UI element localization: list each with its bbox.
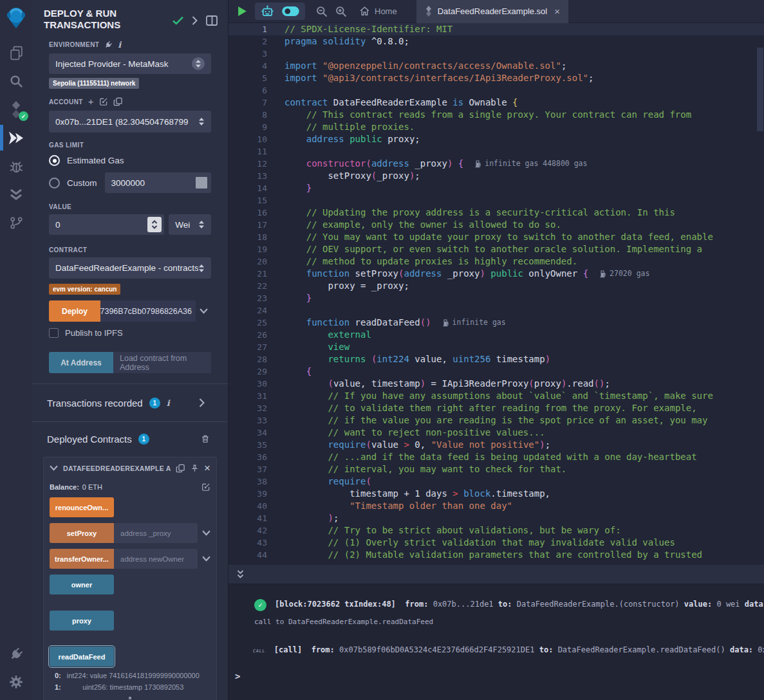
clear-deployed-trash-icon[interactable] [201, 434, 210, 444]
custom-gas-radio[interactable] [49, 178, 60, 189]
line-number[interactable]: 38 [228, 475, 267, 488]
line-number[interactable]: 40 [228, 500, 267, 512]
code-line[interactable]: 31 // If you have any assumptions about … [228, 390, 764, 402]
plug-mini-icon[interactable] [104, 41, 113, 49]
deploy-args-input[interactable]: 0947396B7cBb07986826A36 [100, 300, 196, 322]
sidebar-item-deploy-run[interactable] [0, 124, 32, 152]
sidebar-item-solidity-compiler[interactable]: ✓ [0, 95, 32, 124]
environment-select[interactable]: Injected Provider - MetaMask [49, 53, 211, 74]
line-number[interactable]: 12 [228, 158, 267, 170]
code-line[interactable]: 33 // if the value you are reading is th… [228, 414, 764, 427]
line-number[interactable]: 25 [228, 317, 267, 329]
code-line[interactable]: 32 // to validate them right after readi… [228, 402, 764, 414]
function-arg-input[interactable] [114, 523, 198, 543]
code-line[interactable]: 30 (value, timestamp) = IApi3ReaderProxy… [228, 378, 764, 390]
at-address-input[interactable]: Load contract from Address [113, 352, 211, 373]
unit-stepper-icon[interactable] [198, 220, 205, 229]
remix-logo[interactable] [0, 0, 32, 36]
columns-layout-icon[interactable] [206, 15, 218, 26]
tab-datafeedreaderexample[interactable]: DataFeedReaderExample.sol × [416, 0, 568, 23]
sidebar-item-debugger[interactable] [0, 152, 32, 180]
line-number[interactable]: 22 [228, 280, 267, 292]
remove-contract-close-icon[interactable]: × [204, 463, 210, 474]
line-number[interactable]: 9 [228, 121, 267, 133]
line-number[interactable]: 21 [228, 268, 267, 280]
code-line[interactable]: 13 setProxy(_proxy); [228, 170, 764, 182]
add-account-plus-icon[interactable]: + [88, 98, 94, 105]
line-number[interactable]: 27 [228, 341, 267, 353]
line-number[interactable]: 6 [228, 84, 267, 97]
code-line[interactable]: 40 "Timestamp older than one day" [228, 500, 764, 512]
line-number[interactable]: 41 [228, 512, 267, 524]
gas-input-handle[interactable] [196, 177, 207, 189]
line-number[interactable]: 7 [228, 97, 267, 109]
contract-stepper-icon[interactable] [198, 264, 205, 273]
code-line[interactable]: 25 function readDataFeed()infinite gas [228, 317, 764, 329]
copilot-toggle[interactable] [281, 6, 300, 17]
copy-address-icon[interactable] [176, 463, 185, 474]
code-line[interactable]: 8 // This contract reads from a single p… [228, 109, 764, 121]
code-line[interactable]: 38 require( [228, 475, 764, 488]
code-line[interactable]: 19 // OEV support, or even switch to ano… [228, 243, 764, 255]
code-line[interactable]: 36 // ...and if the data feed is being u… [228, 451, 764, 463]
line-number[interactable]: 16 [228, 207, 267, 219]
line-number[interactable]: 1 [228, 23, 267, 35]
code-line[interactable]: 14 } [228, 182, 764, 194]
environment-stepper-icon[interactable] [192, 57, 205, 70]
line-number[interactable]: 18 [228, 231, 267, 243]
code-line[interactable]: 4import "@openzeppelin/contracts/access/… [228, 60, 764, 72]
code-line[interactable]: 9 // multiple proxies. [228, 121, 764, 133]
code-line[interactable]: 34 // want to reject non-positive values… [228, 427, 764, 439]
line-number[interactable]: 3 [228, 48, 267, 60]
transactions-recorded-row[interactable]: Transactions recorded 1 i [32, 384, 228, 421]
contract-select[interactable]: DataFeedReaderExample - contracts [49, 257, 211, 279]
account-stepper-icon[interactable] [198, 117, 205, 126]
deploy-button[interactable]: Deploy [49, 300, 100, 322]
line-number[interactable]: 43 [228, 537, 267, 549]
run-script-play-icon[interactable] [238, 6, 247, 17]
expand-args-chevron-icon[interactable] [202, 556, 210, 562]
code-line[interactable]: 23 } [228, 292, 764, 304]
line-number[interactable]: 14 [228, 182, 267, 194]
line-number[interactable]: 11 [228, 145, 267, 158]
expand-args-chevron-icon[interactable] [202, 530, 210, 536]
code-line[interactable]: 22 proxy = _proxy; [228, 280, 764, 292]
at-address-button[interactable]: At Address [49, 352, 113, 373]
line-number[interactable]: 4 [228, 60, 267, 72]
line-number[interactable]: 36 [228, 451, 267, 463]
environment-info-icon[interactable]: i [118, 40, 121, 50]
deploy-expand-chevron-icon[interactable] [196, 300, 211, 322]
value-stepper-icon[interactable] [147, 217, 162, 232]
line-number[interactable]: 35 [228, 439, 267, 451]
line-number[interactable]: 2 [228, 35, 267, 48]
tab-home[interactable]: Home [359, 6, 397, 17]
line-number[interactable]: 19 [228, 243, 267, 255]
line-number[interactable]: 10 [228, 133, 267, 145]
code-line[interactable]: 18 // You may want to update your proxy … [228, 231, 764, 243]
editor-scrollbar[interactable] [757, 48, 763, 131]
code-line[interactable]: 29 { [228, 365, 764, 378]
sidebar-item-file-explorer[interactable] [0, 39, 32, 67]
line-number[interactable]: 33 [228, 414, 267, 427]
code-line[interactable]: 12 constructor(address _proxy) {infinite… [228, 158, 764, 170]
pin-contract-icon[interactable] [191, 463, 199, 474]
sidebar-item-settings[interactable] [0, 668, 32, 696]
code-line[interactable]: 3 [228, 48, 764, 60]
line-number[interactable]: 42 [228, 524, 267, 537]
code-line[interactable]: 10 address public proxy; [228, 133, 764, 145]
line-number[interactable]: 15 [228, 194, 267, 207]
line-number[interactable]: 31 [228, 390, 267, 402]
terminal-log-deploy[interactable]: ✓ [block:7023662 txIndex:48] from: 0x07b… [254, 598, 764, 611]
line-number[interactable]: 34 [228, 427, 267, 439]
sign-message-edit-icon[interactable] [99, 97, 108, 106]
function-button-readdatafeed[interactable]: readDataFeed [50, 647, 114, 667]
code-editor[interactable]: 1// SPDX-License-Identifier: MIT2pragma … [228, 23, 764, 565]
code-line[interactable]: 37 // interval, you may want to check fo… [228, 463, 764, 475]
pin-plugin-check-icon[interactable] [172, 16, 183, 25]
code-line[interactable]: 42 // Try to be strict about validations… [228, 524, 764, 537]
line-number[interactable]: 37 [228, 463, 267, 475]
line-number[interactable]: 26 [228, 329, 267, 341]
estimated-gas-radio[interactable] [49, 155, 60, 166]
account-select[interactable]: 0x07b...21DE1 (82.304504768799 [49, 111, 211, 133]
code-line[interactable]: 21 function setProxy(address _proxy) pub… [228, 268, 764, 280]
